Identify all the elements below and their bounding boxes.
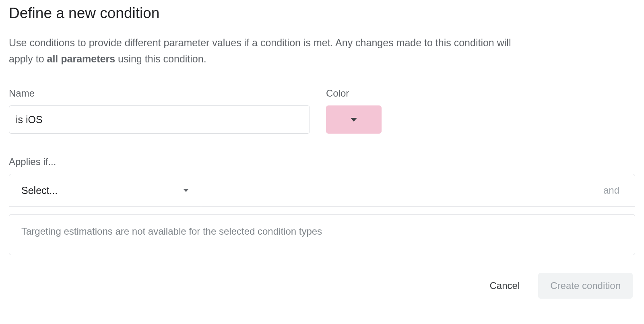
estimation-box: Targeting estimations are not available … <box>9 214 635 255</box>
cancel-button[interactable]: Cancel <box>487 274 523 298</box>
condition-value-area[interactable]: and <box>201 174 635 206</box>
select-placeholder: Select... <box>21 185 58 196</box>
description-suffix: using this condition. <box>115 53 206 64</box>
and-label: and <box>603 185 619 196</box>
condition-row: Select... and <box>9 174 635 207</box>
caret-down-icon <box>183 189 189 192</box>
color-selector[interactable] <box>326 105 382 134</box>
name-label: Name <box>9 88 310 99</box>
dialog-title: Define a new condition <box>9 5 635 22</box>
name-input[interactable] <box>9 105 310 134</box>
create-condition-button[interactable]: Create condition <box>538 273 633 299</box>
form-row: Name Color <box>9 88 635 134</box>
estimation-message: Targeting estimations are not available … <box>21 226 322 237</box>
dialog-description: Use conditions to provide different para… <box>9 35 524 67</box>
description-bold: all parameters <box>47 53 116 64</box>
color-field-group: Color <box>326 88 382 134</box>
name-field-group: Name <box>9 88 310 134</box>
condition-select[interactable]: Select... <box>9 174 201 206</box>
caret-down-icon <box>351 118 357 122</box>
applies-label: Applies if... <box>9 156 635 167</box>
applies-section: Applies if... Select... and <box>9 156 635 207</box>
button-row: Cancel Create condition <box>9 273 635 299</box>
color-label: Color <box>326 88 382 99</box>
